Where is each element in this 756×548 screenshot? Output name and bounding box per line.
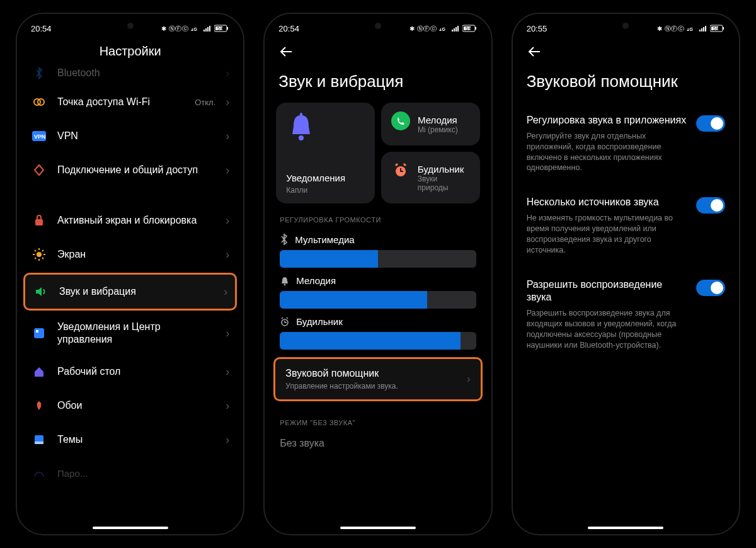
battery-icon: 59 [214,25,229,32]
themes-icon [31,431,47,448]
status-bar: 20:55 ✱ ⓃⒻⓒ ₄ɢ 59 [513,14,739,38]
row-bluetooth[interactable]: Bluetooth › [23,62,237,85]
row-hotspot[interactable]: Точка доступа Wi-Fi Откл. › [23,85,237,119]
row-cut[interactable]: Пapo... [23,457,237,482]
row-lockscreen[interactable]: Активный экран и блокировка › [23,203,237,237]
slider-ringtone[interactable]: Мелодия [271,270,484,311]
chevron-right-icon: › [226,399,229,413]
toggle-multiple-sources[interactable]: Несколько источников звука Не изменять г… [513,185,739,266]
svg-rect-23 [34,328,44,338]
page-title: Настройки [31,44,229,59]
svg-rect-6 [227,27,228,30]
svg-rect-45 [705,26,706,31]
svg-rect-37 [300,113,302,117]
chevron-right-icon: › [226,248,229,261]
svg-point-36 [299,135,304,140]
row-connection[interactable]: Подключение и общий доступ › [23,153,237,187]
status-icons: ✱ ⓃⒻⓒ ₄ɢ 59 [161,25,229,32]
status-time: 20:55 [527,24,547,33]
chevron-right-icon: › [226,365,229,379]
svg-rect-42 [699,30,701,31]
signal-icon [203,25,212,31]
phone-settings: 20:54 ✱ ⓃⒻⓒ ₄ɢ 59 Настройки Bluetooth › … [16,13,244,535]
switch-on[interactable] [696,280,725,296]
header [513,38,739,63]
slider-alarm[interactable]: Будильник [271,311,484,352]
svg-rect-43 [701,28,702,31]
svg-rect-13 [35,219,43,225]
svg-rect-1 [203,30,205,31]
row-home[interactable]: Рабочий стол › [23,355,237,389]
row-sound-assistant[interactable]: Звуковой помощник Управление настройками… [273,357,482,401]
page-title: Звуковой помощник [513,63,739,103]
svg-rect-44 [703,27,704,31]
chevron-right-icon: › [226,67,229,80]
chevron-right-icon: › [226,214,229,227]
speaker-icon [33,283,49,300]
brightness-icon [31,246,47,263]
header: Настройки [17,38,243,62]
svg-text:✱ ⓃⒻⓒ ₄ɢ: ✱ ⓃⒻⓒ ₄ɢ [410,25,446,32]
chevron-right-icon: › [226,327,229,340]
switch-on[interactable] [696,197,725,214]
svg-rect-26 [35,442,43,444]
svg-rect-24 [36,330,38,333]
row-themes[interactable]: Темы › [23,423,237,457]
toggle-allow-playback[interactable]: Разрешить воспроизведение звука Разрешит… [513,267,739,362]
bluetooth-icon [280,234,289,245]
back-button[interactable] [527,44,542,59]
control-center-icon [31,325,47,341]
slider-media[interactable]: Мультимедиа [271,229,484,270]
chevron-right-icon: › [467,374,470,385]
home-indicator[interactable] [340,527,416,529]
phone-sound-assistant: 20:55 ✱ ⓃⒻⓒ ₄ɢ 59 Звуковой помощник Регу… [512,13,740,535]
home-icon [31,363,47,380]
row-sound-vibration[interactable]: Звук и вибрация › [23,273,237,311]
alarm-icon [391,161,410,180]
bluetooth-icon [31,65,47,81]
svg-line-19 [35,250,36,251]
row-vpn[interactable]: VPN VPN › [23,119,237,153]
svg-text:✱ ⓃⒻⓒ ₄ɢ: ✱ ⓃⒻⓒ ₄ɢ [657,25,694,32]
svg-rect-30 [455,27,457,31]
back-button[interactable] [278,44,294,59]
tile-alarm[interactable]: Будильник Звуки природы [381,152,480,203]
status-time: 20:54 [31,24,52,33]
alarm-small-icon [280,317,290,327]
svg-rect-3 [207,27,209,31]
home-indicator[interactable] [588,527,663,529]
status-time: 20:54 [278,24,299,33]
svg-rect-2 [205,28,207,31]
bell-icon [286,111,365,144]
tile-notifications[interactable]: Уведомления Капли [276,103,375,203]
section-volume: РЕГУЛИРОВКА ГРОМКОСТИ [271,203,484,229]
svg-rect-4 [209,26,210,31]
tile-ringtone[interactable]: Мелодия Mi (ремикс) [381,103,480,146]
chevron-right-icon: › [224,285,227,299]
row-display[interactable]: Экран › [23,237,237,271]
switch-on[interactable] [696,115,725,132]
wallpaper-icon [31,397,47,414]
status-bar: 20:54 ✱ ⓃⒻⓒ ₄ɢ 59 [17,14,243,38]
row-silent[interactable]: Без звука [280,438,324,449]
row-notifications[interactable]: Уведомления и Центр управления › [23,312,237,355]
svg-line-22 [42,250,43,251]
home-indicator[interactable] [93,527,168,529]
chevron-right-icon: › [226,130,229,143]
hotspot-state: Откл. [195,98,215,107]
svg-rect-33 [475,27,476,30]
row-wallpaper[interactable]: Обои › [23,389,237,423]
section-silent: РЕЖИМ "БЕЗ ЗВУКА" [271,406,484,431]
svg-rect-47 [723,27,724,30]
svg-text:VPN: VPN [34,134,46,140]
hotspot-icon [31,94,47,110]
vpn-icon: VPN [31,128,47,144]
svg-point-39 [284,283,286,285]
toggle-per-app-volume[interactable]: Регулировка звука в приложениях Регулиру… [513,103,739,185]
svg-rect-29 [454,28,455,31]
svg-text:59: 59 [713,26,719,31]
chevron-right-icon: › [226,433,229,447]
bell-small-icon [280,276,290,286]
status-bar: 20:54 ✱ ⓃⒻⓒ ₄ɢ 59 [265,14,491,38]
header [265,38,491,63]
